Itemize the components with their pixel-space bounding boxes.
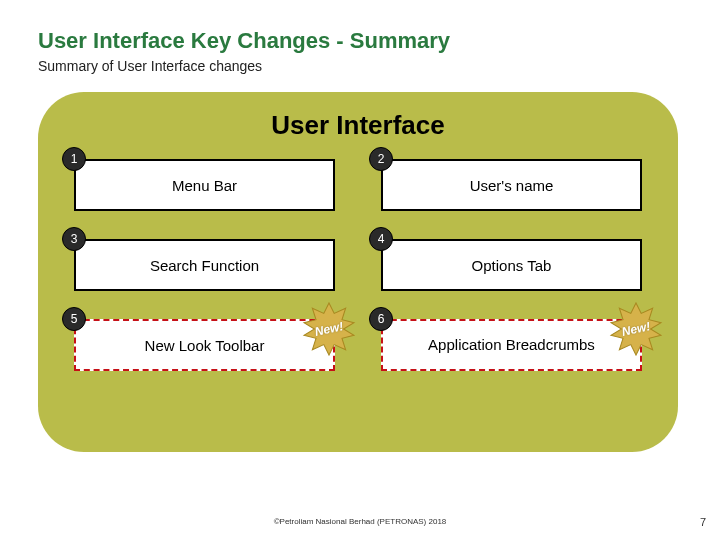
item-options-tab: 4 Options Tab [381, 239, 642, 291]
new-badge-text: New! [605, 298, 667, 360]
item-number: 4 [369, 227, 393, 251]
item-menu-bar: 1 Menu Bar [74, 159, 335, 211]
item-label: New Look Toolbar [145, 337, 265, 354]
panel-title: User Interface [64, 110, 652, 141]
title-suffix: Summary [350, 28, 450, 53]
item-users-name: 2 User's name [381, 159, 642, 211]
item-application-breadcrumbs: 6 Application Breadcrumbs New! [381, 319, 642, 371]
item-number: 1 [62, 147, 86, 171]
item-number: 6 [369, 307, 393, 331]
item-number: 3 [62, 227, 86, 251]
item-box: New Look Toolbar [74, 319, 335, 371]
item-label: Application Breadcrumbs [428, 336, 595, 355]
new-badge: New! [303, 303, 355, 355]
item-box: Options Tab [381, 239, 642, 291]
item-label: Options Tab [472, 257, 552, 274]
slide-subtitle: Summary of User Interface changes [38, 58, 682, 74]
item-label: Search Function [150, 257, 259, 274]
copyright-footer: ©Petroliam Nasional Berhad (PETRONAS) 20… [0, 517, 720, 526]
item-new-look-toolbar: 5 New Look Toolbar New! [74, 319, 335, 371]
new-badge: New! [610, 303, 662, 355]
page-number: 7 [700, 516, 706, 528]
item-box: Menu Bar [74, 159, 335, 211]
items-grid: 1 Menu Bar 2 User's name 3 Search Functi… [64, 159, 652, 371]
item-box: Search Function [74, 239, 335, 291]
slide-title: User Interface Key Changes - Summary [38, 28, 682, 54]
new-badge-text: New! [298, 298, 360, 360]
item-label: Menu Bar [172, 177, 237, 194]
item-number: 2 [369, 147, 393, 171]
item-box: User's name [381, 159, 642, 211]
item-search-function: 3 Search Function [74, 239, 335, 291]
content-panel: User Interface 1 Menu Bar 2 User's name … [38, 92, 678, 452]
item-box: Application Breadcrumbs [381, 319, 642, 371]
slide: User Interface Key Changes - Summary Sum… [0, 0, 720, 452]
title-prefix: User Interface Key Changes - [38, 28, 350, 53]
item-number: 5 [62, 307, 86, 331]
item-label: User's name [470, 177, 554, 194]
